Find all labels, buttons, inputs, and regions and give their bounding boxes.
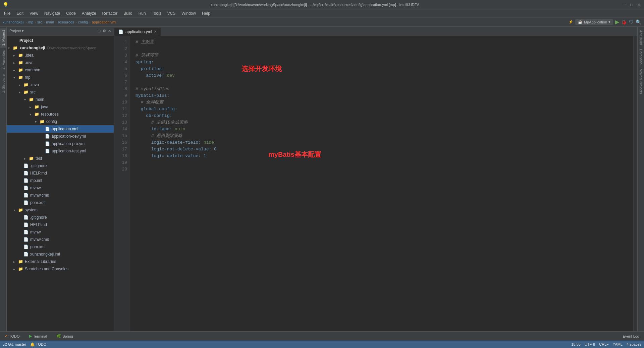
editor-scrollbar[interactable] [633,36,637,331]
search-button[interactable]: 🔍 [636,19,641,25]
menu-item-navigate[interactable]: Navigate [42,10,63,16]
run-button[interactable]: ▶ [615,19,619,25]
breadcrumb-item-6[interactable]: application.yml [92,20,116,24]
tree-item-label: mvnw [30,186,41,190]
tree-item-src[interactable]: ▾📁src [7,88,114,96]
structure-side-tab[interactable]: Z-Structure [0,72,6,95]
menu-item-code[interactable]: Code [63,10,78,16]
tree-item-scratches[interactable]: ▸📁Scratches and Consoles [7,265,114,273]
tree-item-idea[interactable]: ▸📁.idea [7,52,114,59]
favorites-side-tab[interactable]: 2: Favorites [0,48,6,71]
tree-item-system[interactable]: ▾📁system [7,206,114,214]
tree-item-project-root[interactable]: Project [7,37,114,44]
tree-item-application-pro-yml[interactable]: 📄application-pro.yml [7,140,114,147]
tree-item-label: .gitignore [30,163,47,168]
tree-item-test[interactable]: ▸📁test [7,155,114,162]
tree-item-mvnw-sys[interactable]: 📄mvnw [7,228,114,236]
tree-item-mp[interactable]: ▾📁mp [7,74,114,81]
tree-item-label: resources [41,112,59,117]
tree-item-help-md[interactable]: 📄HELP.md [7,169,114,177]
menu-item-help[interactable]: Help [199,10,213,16]
breadcrumb-item-2[interactable]: src [37,20,42,24]
menu-item-build[interactable]: Build [121,10,135,16]
menu-item-analyze[interactable]: Analyze [79,10,99,16]
tree-item-gitignore-mp[interactable]: 📄.gitignore [7,162,114,169]
code-line-20 [136,166,628,173]
tree-item-pom-xml-sys[interactable]: 📄pom.xml [7,243,114,251]
project-side-tab[interactable]: 1: Project [0,28,6,48]
menu-item-vcs[interactable]: VCS [165,10,178,16]
menu-item-file[interactable]: File [1,10,13,16]
code-token: logic-delete-field: [151,140,204,145]
menu-item-edit[interactable]: Edit [14,10,26,16]
breadcrumb-item-3[interactable]: main [46,20,54,24]
ant-build-tab[interactable]: Ant Build [638,28,644,47]
breadcrumb-item-5[interactable]: config [78,20,88,24]
tree-item-xunzhongkeji[interactable]: ▾📁xunzhongkejiD:\work\maven\workingSpace [7,44,114,52]
tab-close-button[interactable]: ✕ [154,30,157,33]
menu-item-run[interactable]: Run [136,10,149,16]
tree-item-main[interactable]: ▾📁main [7,96,114,103]
tree-item-label: application-test.yml [52,149,86,153]
project-close[interactable]: ✕ [108,29,111,33]
tree-item-application-test-yml[interactable]: 📄application-test.yml [7,147,114,155]
tree-item-xunzhongkeji-iml[interactable]: 📄xunzhongkeji.iml [7,251,114,258]
status-indent: 4 spaces [627,342,641,346]
coverage-button[interactable]: 🛡 [629,19,634,25]
tree-item-application-dev-yml[interactable]: 📄application-dev.yml [7,133,114,140]
tree-item-mvnw-cmd[interactable]: 📄mvnw.cmd [7,192,114,199]
tree-item-resources[interactable]: ▾📁resources [7,111,114,118]
tree-item-label: pom.xml [30,200,45,205]
code-content[interactable]: # 主配置 # 选择环境spring: profiles: active: de… [130,36,633,331]
status-line-sep: CRLF [599,342,609,346]
nav-bar: xunzhongkeji›mp›src›main›resources›confi… [0,17,644,27]
minimize-button[interactable]: ─ [622,2,627,7]
menu-bar: FileEditViewNavigateCodeAnalyzeRefactorB… [0,9,644,17]
event-log-tab[interactable]: Event Log [621,334,641,339]
tree-item-mvn-root[interactable]: ▸📁.mvn [7,59,114,66]
tree-item-help-md-sys[interactable]: 📄HELP.md [7,221,114,228]
code-line-19 [136,159,628,166]
tree-item-mvnw[interactable]: 📄mvnw [7,184,114,192]
line-number-1: 1 [114,39,130,46]
tree-item-mvnw-cmd-sys[interactable]: 📄mvnw.cmd [7,236,114,243]
project-collapse-all[interactable]: ⊟ [98,29,101,33]
menu-item-tools[interactable]: Tools [149,10,164,16]
run-config-name: MpApplication [584,20,607,24]
spring-tab[interactable]: 🌿 Spring [54,333,75,339]
tree-item-gitignore-sys[interactable]: 📄.gitignore [7,214,114,221]
tree-item-pom-xml-mp[interactable]: 📄pom.xml [7,199,114,206]
breadcrumb-item-0[interactable]: xunzhongkeji [3,20,24,24]
close-button[interactable]: ✕ [637,2,641,7]
breadcrumb-item-4[interactable]: resources [58,20,74,24]
code-token: 1 [204,153,206,158]
tree-item-java[interactable]: ▸📁java [7,103,114,111]
tree-item-icon-file: 📄 [23,245,29,249]
menu-item-window[interactable]: Window [179,10,199,16]
tree-item-external-lib[interactable]: ▸📁External Libraries [7,258,114,265]
code-editor[interactable]: 1234567891011121314151617181920 # 主配置 # … [114,36,637,331]
tree-item-mp-mvn[interactable]: ▸📁.mvn [7,81,114,88]
tree-item-icon-folder: 📁 [23,90,29,94]
terminal-tab[interactable]: ▶ Terminal [27,333,49,339]
spring-label: Spring [62,334,73,338]
todo-tab[interactable]: ✔ TODO [3,333,22,339]
run-config-selector[interactable]: ☕ MpApplication ▾ [575,19,613,25]
tree-expand-arrow: ▸ [13,68,18,72]
project-settings[interactable]: ⚙ [103,29,106,33]
tree-item-config[interactable]: ▾📁config [7,118,114,125]
tree-item-application-yml[interactable]: 📄application.yml [7,125,114,133]
breadcrumb-item-1[interactable]: mp [28,20,33,24]
code-token: mybatis-plus: [136,93,169,98]
menu-item-refactor[interactable]: Refactor [100,10,120,16]
editor-tab-application-yml[interactable]: 📄 application.yml ✕ [114,27,161,36]
tree-item-common[interactable]: ▸📁common [7,66,114,74]
maximize-button[interactable]: □ [629,2,634,7]
maven-projects-tab[interactable]: Maven Projects [638,67,644,96]
debug-button[interactable]: 🐞 [621,19,627,25]
tree-expand-arrow: ▸ [13,267,18,271]
tree-item-mp-iml[interactable]: 📄mp.iml [7,177,114,184]
code-token: profiles: [141,66,164,71]
menu-item-view[interactable]: View [27,10,41,16]
database-tab[interactable]: Database [638,47,644,67]
